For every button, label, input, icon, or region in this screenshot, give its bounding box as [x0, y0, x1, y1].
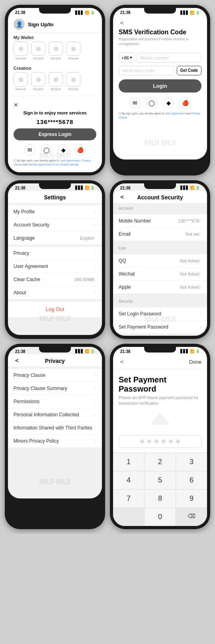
privacy-clause-summary-chevron: › — [95, 386, 96, 390]
clear-cache-value: 286.50MB › — [74, 277, 97, 282]
about-chevron: › — [95, 290, 96, 295]
numpad-key-1[interactable]: 1 — [113, 453, 145, 471]
numpad-key-4[interactable]: 4 — [113, 471, 145, 489]
numpad-key-6[interactable]: 6 — [176, 471, 207, 489]
status-time-1: 21:38 — [15, 10, 25, 15]
personal-info-item[interactable]: Personal Information Collected › — [8, 408, 102, 421]
watermark-5: MUI·MUI — [39, 477, 71, 486]
status-icons-1: ▋▋▋📶🔋 — [75, 11, 95, 15]
user-agreement-link[interactable]: User Agreement — [60, 159, 80, 162]
phone-number-input[interactable]: Mobile number — [137, 53, 201, 63]
back-button-4[interactable]: ＜ — [119, 193, 125, 201]
settings-group-2: Privacy › User Agreement › Clear Cache 2… — [8, 247, 102, 299]
wechat-social-icon[interactable]: ◆ — [58, 144, 69, 156]
sms-user-agreement-link[interactable]: User Agreement — [165, 112, 185, 115]
qq-social-icon[interactable]: ◯ — [41, 144, 52, 156]
privacy-clause-item[interactable]: Privacy Clause › — [8, 369, 102, 382]
sms-privacy-clause-link[interactable]: Privacy Clause — [119, 112, 200, 119]
email-icon-2[interactable]: ✉ — [129, 97, 141, 108]
pin-display — [119, 435, 201, 448]
back-button-5[interactable]: ＜ — [14, 356, 20, 365]
dropdown-icon: ▾ — [130, 55, 132, 60]
email-label: Email — [119, 231, 131, 237]
watermark-2: MUI·MUI — [145, 138, 176, 148]
apple-social-icon[interactable]: 🍎 — [74, 144, 86, 156]
numpad-key-3[interactable]: 3 — [176, 453, 207, 471]
qq-value: Not linked › — [180, 258, 201, 263]
pin-dot-5 — [169, 439, 173, 443]
numpad-key-9[interactable]: 9 — [176, 490, 207, 508]
apple-icon-2[interactable]: 🍎 — [180, 97, 191, 108]
privacy-clause-summary-item[interactable]: Privacy Clause Summary › — [8, 382, 102, 395]
numpad-key-7[interactable]: 7 — [113, 490, 145, 508]
user-agreement-item[interactable]: User Agreement › — [8, 260, 102, 273]
set-payment-password-label: Set Payment Password — [119, 324, 168, 330]
country-code-selector[interactable]: +86 ▾ — [119, 53, 135, 63]
set-login-password-label: Set Login Password — [119, 311, 161, 317]
verification-code-input[interactable]: Verification code — [119, 66, 174, 75]
permissions-item[interactable]: Permissions › — [8, 395, 102, 408]
app-header-1: 👤 Sign Up/In — [8, 16, 102, 33]
numpad-row-1: 1 2 3 — [113, 453, 207, 471]
module-box: ⊗ — [31, 41, 45, 56]
settings-group-1: My Profile › Account Security › Language… — [8, 205, 102, 244]
third-parties-item[interactable]: Information Shared with Third Parties › — [8, 421, 102, 435]
numpad-key-2[interactable]: 2 — [145, 453, 176, 471]
pin-dot-6 — [176, 439, 180, 443]
qq-item[interactable]: QQ Not linked › — [113, 254, 207, 268]
module-box: ⊗ — [49, 41, 63, 56]
clear-cache-item[interactable]: Clear Cache 286.50MB › — [8, 273, 102, 286]
phone-screen2: 21:38 ▋▋▋📶🔋 ＜ SMS Verification Code Regi… — [110, 5, 210, 175]
qq-icon-2[interactable]: ◯ — [146, 97, 157, 108]
module-box: ⊗ — [66, 72, 80, 87]
close-button[interactable]: ✕ — [14, 102, 96, 108]
get-code-button[interactable]: Get Code — [177, 66, 201, 75]
minors-policy-item[interactable]: Minors Privacy Policy › — [8, 435, 102, 447]
wechat-icon-2[interactable]: ◆ — [163, 97, 174, 108]
link-section-header: Link — [113, 243, 207, 252]
module-box: ⊗ — [14, 72, 28, 87]
about-item[interactable]: About › — [8, 286, 102, 299]
numpad-key-delete[interactable]: ⌫ — [176, 508, 207, 526]
set-payment-password-item[interactable]: Set Payment Password › — [113, 321, 207, 333]
mobile-number-item[interactable]: Mobile Number 136****678 › — [113, 215, 207, 228]
back-button-2[interactable]: ＜ — [119, 19, 201, 27]
module-label: Module — [51, 87, 61, 91]
phone-screen6: 21:38 ▋▋▋📶🔋 ＜ Done Set Payment Password … — [110, 344, 210, 529]
express-login-button[interactable]: Express Login — [14, 128, 96, 140]
module-label: Module — [16, 87, 26, 91]
numpad-key-5[interactable]: 5 — [145, 471, 176, 489]
wechat-item[interactable]: Wechat Not linked › — [113, 268, 207, 281]
email-item[interactable]: Email Not set › — [113, 228, 207, 240]
numpad-row-3: 7 8 9 — [113, 489, 207, 508]
account-security-chevron: › — [95, 223, 96, 227]
account-section-header: Account — [113, 203, 207, 212]
payment-nav: ＜ Done — [113, 354, 207, 370]
login-button[interactable]: Login — [119, 79, 201, 93]
account-security-item[interactable]: Account Security › — [8, 219, 102, 232]
permissions-label: Permissions — [14, 399, 39, 404]
payment-title-area: Set Payment Password Please set APP-Name… — [113, 370, 207, 410]
numpad-key-0[interactable]: 0 — [145, 508, 176, 526]
my-profile-label: My Profile — [14, 209, 35, 215]
numpad-key-8[interactable]: 8 — [145, 490, 176, 508]
apple-item[interactable]: Apple Not linked › — [113, 281, 207, 293]
done-button[interactable]: Done — [189, 359, 201, 365]
account-security-nav: ＜ Account Security — [113, 191, 207, 203]
logout-button[interactable]: Log Out — [8, 301, 102, 317]
back-button-6[interactable]: ＜ — [119, 358, 125, 366]
language-item[interactable]: Language English › — [8, 232, 102, 244]
account-security-nav-title: Account Security — [137, 194, 183, 201]
privacy-label: Privacy — [14, 250, 29, 256]
verification-placeholder: Verification code — [122, 68, 154, 73]
set-login-password-item[interactable]: Set Login Password › — [113, 307, 207, 321]
language-value: English › — [80, 236, 96, 240]
email-social-icon[interactable]: ✉ — [24, 144, 35, 156]
my-profile-item[interactable]: My Profile › — [8, 205, 102, 219]
service-agreement-link[interactable]: Service agreement of xxx Mobile Identity — [28, 163, 78, 166]
security-group: Set Login Password › Set Payment Passwor… — [113, 307, 207, 333]
agreement-text: ☐ By sign up/in, you hereby agree to Use… — [14, 159, 96, 167]
privacy-item[interactable]: Privacy › — [8, 247, 102, 260]
phone-masked: 136****5678 — [14, 118, 96, 125]
sms-description: Registration will proceed if mobile numb… — [119, 37, 201, 46]
